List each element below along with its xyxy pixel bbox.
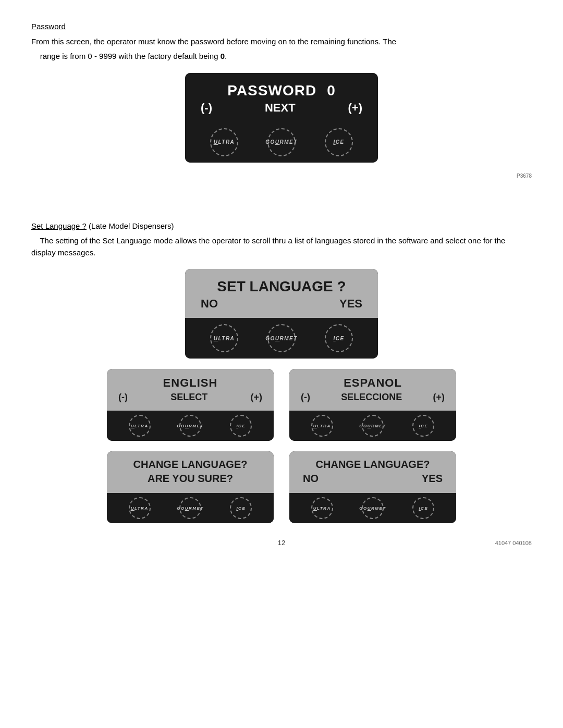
change-lang-noyes-gourmet-dial[interactable]: GOURMET — [362, 497, 384, 519]
english-ultra-dial[interactable]: ULTRA — [129, 415, 151, 437]
set-language-panel-container: SET LANGUAGE ? NO YES ULTRA GOURMET — [31, 269, 532, 359]
password-value: 0 — [327, 82, 336, 99]
espanol-ice-button[interactable]: ICE — [412, 415, 434, 437]
set-language-heading: Set Language ? — [31, 221, 87, 230]
set-language-screen: SET LANGUAGE ? NO YES — [185, 269, 378, 318]
espanol-row2: (-) SELECCIONE (+) — [298, 392, 448, 403]
change-lang-sure-ultra-button[interactable]: ULTRA — [129, 497, 151, 519]
english-plus: (+) — [251, 392, 263, 403]
espanol-ice-dial[interactable]: ICE — [412, 415, 434, 437]
page-number: 12 — [278, 539, 285, 547]
english-panel: ENGLISH (-) SELECT (+) ULTRA GOURMET — [107, 369, 274, 441]
password-next: NEXT — [265, 101, 296, 115]
change-language-panels: CHANGE LANGUAGE? ARE YOU SURE? ULTRA GOU… — [31, 451, 532, 523]
espanol-ultra-dial[interactable]: ULTRA — [311, 415, 333, 437]
change-lang-noyes-row1: CHANGE LANGUAGE? — [298, 459, 448, 471]
password-panel-container: PASSWORD 0 (-) NEXT (+) ULTRA GOURM — [31, 73, 532, 163]
espanol-panel: ESPANOL (-) SELECCIONE (+) ULTRA GOURMET — [289, 369, 456, 441]
password-description: From this screen, the operator must know… — [31, 36, 532, 48]
change-lang-sure-gourmet-button[interactable]: GOURMET — [179, 497, 201, 519]
english-select: SELECT — [170, 392, 207, 403]
set-language-row2: NO YES — [195, 297, 368, 311]
set-language-description: The setting of the Set Language mode all… — [31, 235, 532, 258]
english-gourmet-dial[interactable]: GOURMET — [179, 415, 201, 437]
espanol-gourmet-button[interactable]: GOURMET — [362, 415, 384, 437]
password-heading: Password — [31, 22, 66, 31]
change-lang-noyes-ice-dial[interactable]: ICE — [412, 497, 434, 519]
set-language-button-row: ULTRA GOURMET ICE — [185, 318, 378, 359]
english-row2: (-) SELECT (+) — [115, 392, 265, 403]
password-gourmet-button[interactable]: GOURMET — [267, 128, 296, 156]
change-lang-noyes-panel: CHANGE LANGUAGE? NO YES ULTRA GOURMET — [289, 451, 456, 523]
change-lang-sure-panel: CHANGE LANGUAGE? ARE YOU SURE? ULTRA GOU… — [107, 451, 274, 523]
change-lang-noyes-gourmet-button[interactable]: GOURMET — [362, 497, 384, 519]
doc-ref: 41047 040108 — [495, 540, 532, 546]
set-language-row1: SET LANGUAGE ? — [195, 278, 368, 295]
change-lang-sure-gourmet-dial[interactable]: GOURMET — [179, 497, 201, 519]
english-ice-dial[interactable]: ICE — [230, 415, 252, 437]
set-language-section: Set Language ? (Late Model Dispensers) T… — [31, 220, 532, 524]
set-language-yes: YES — [339, 297, 362, 311]
espanol-row1: ESPANOL — [298, 376, 448, 390]
change-lang-noyes-ice-button[interactable]: ICE — [412, 497, 434, 519]
password-display-panel: PASSWORD 0 (-) NEXT (+) ULTRA GOURM — [185, 73, 378, 163]
set-lang-ice-button[interactable]: ICE — [325, 324, 353, 352]
password-label: PASSWORD — [227, 82, 316, 99]
english-screen: ENGLISH (-) SELECT (+) — [107, 369, 274, 411]
password-minus: (-) — [201, 101, 212, 115]
password-screen-row1: PASSWORD 0 — [195, 82, 368, 99]
password-ice-dial[interactable]: ICE — [325, 128, 353, 156]
english-button-row: ULTRA GOURMET ICE — [107, 411, 274, 441]
password-description2: range is from 0 - 9999 with the factory … — [31, 51, 532, 63]
password-ultra-dial[interactable]: ULTRA — [210, 128, 238, 156]
change-lang-sure-ice-button[interactable]: ICE — [230, 497, 252, 519]
english-minus: (-) — [118, 392, 128, 403]
set-language-heading-extra: (Late Model Dispensers) — [87, 221, 174, 230]
password-ref: P3678 — [31, 173, 532, 179]
change-lang-noyes-screen: CHANGE LANGUAGE? NO YES — [289, 451, 456, 493]
change-lang-sure-row1: CHANGE LANGUAGE? — [115, 459, 265, 471]
password-plus: (+) — [348, 101, 362, 115]
change-lang-noyes-ultra-button[interactable]: ULTRA — [311, 497, 333, 519]
espanol-button-row: ULTRA GOURMET ICE — [289, 411, 456, 441]
password-screen-row2: (-) NEXT (+) — [195, 101, 368, 115]
password-section: Password From this screen, the operator … — [31, 21, 532, 179]
set-language-display-panel: SET LANGUAGE ? NO YES ULTRA GOURMET — [185, 269, 378, 359]
footer: 12 41047 040108 — [31, 539, 532, 547]
change-lang-sure-screen: CHANGE LANGUAGE? ARE YOU SURE? — [107, 451, 274, 493]
set-lang-ice-dial[interactable]: ICE — [325, 324, 353, 352]
espanol-plus: (+) — [433, 392, 445, 403]
espanol-seleccione: SELECCIONE — [341, 392, 402, 403]
change-lang-sure-ultra-dial[interactable]: ULTRA — [129, 497, 151, 519]
set-lang-ultra-dial[interactable]: ULTRA — [210, 324, 238, 352]
change-lang-yes: YES — [422, 473, 443, 485]
change-lang-sure-row2: ARE YOU SURE? — [115, 473, 265, 485]
espanol-screen: ESPANOL (-) SELECCIONE (+) — [289, 369, 456, 411]
password-ultra-button[interactable]: ULTRA — [210, 128, 238, 156]
change-lang-no: NO — [303, 473, 319, 485]
set-lang-gourmet-button[interactable]: GOURMET — [267, 324, 296, 352]
password-gourmet-dial[interactable]: GOURMET — [267, 128, 296, 156]
set-language-no: NO — [201, 297, 218, 311]
set-lang-gourmet-dial[interactable]: GOURMET — [267, 324, 296, 352]
password-button-row: ULTRA GOURMET ICE — [185, 122, 378, 163]
espanol-minus: (-) — [301, 392, 310, 403]
english-gourmet-button[interactable]: GOURMET — [179, 415, 201, 437]
language-select-panels: ENGLISH (-) SELECT (+) ULTRA GOURMET — [31, 369, 532, 441]
change-lang-sure-button-row: ULTRA GOURMET ICE — [107, 493, 274, 523]
english-ice-button[interactable]: ICE — [230, 415, 252, 437]
espanol-ultra-button[interactable]: ULTRA — [311, 415, 333, 437]
change-lang-noyes-row2: NO YES — [298, 473, 448, 485]
change-lang-noyes-button-row: ULTRA GOURMET ICE — [289, 493, 456, 523]
english-ultra-button[interactable]: ULTRA — [129, 415, 151, 437]
change-lang-noyes-ultra-dial[interactable]: ULTRA — [311, 497, 333, 519]
set-lang-ultra-button[interactable]: ULTRA — [210, 324, 238, 352]
password-screen: PASSWORD 0 (-) NEXT (+) — [185, 73, 378, 122]
password-ice-button[interactable]: ICE — [325, 128, 353, 156]
espanol-gourmet-dial[interactable]: GOURMET — [362, 415, 384, 437]
english-row1: ENGLISH — [115, 376, 265, 390]
change-lang-sure-ice-dial[interactable]: ICE — [230, 497, 252, 519]
